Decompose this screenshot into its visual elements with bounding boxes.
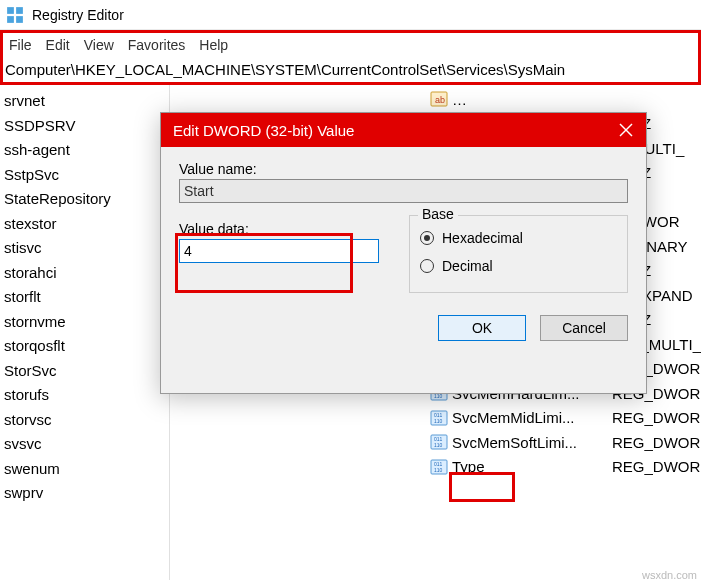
edit-dword-dialog: Edit DWORD (32-bit) Value Value name: Va… xyxy=(160,112,647,394)
ok-button[interactable]: OK xyxy=(438,315,526,341)
tree-node[interactable]: swenum xyxy=(4,457,169,482)
svg-text:110: 110 xyxy=(434,467,443,473)
radio-hex[interactable]: Hexadecimal xyxy=(420,226,617,250)
svg-rect-0 xyxy=(7,7,14,14)
address-bar xyxy=(0,56,701,85)
dialog-titlebar: Edit DWORD (32-bit) Value xyxy=(161,113,646,147)
value-type: REG_DWOR xyxy=(612,458,700,475)
window-title: Registry Editor xyxy=(32,7,124,23)
tree-node[interactable]: srvnet xyxy=(4,89,169,114)
highlight-value-data xyxy=(175,233,353,293)
dialog-title: Edit DWORD (32-bit) Value xyxy=(173,122,354,139)
radio-dec[interactable]: Decimal xyxy=(420,254,617,278)
tree-node[interactable]: storqosflt xyxy=(4,334,169,359)
menu-bar: File Edit View Favorites Help xyxy=(0,30,701,56)
tree-node[interactable]: stisvc xyxy=(4,236,169,261)
string-icon: ab xyxy=(430,90,448,108)
binary-icon: 011110 xyxy=(430,433,448,451)
base-fieldset: Base Hexadecimal Decimal xyxy=(409,215,628,293)
tree-node[interactable]: SstpSvc xyxy=(4,163,169,188)
window-titlebar: Registry Editor xyxy=(0,0,701,30)
highlight-start-value xyxy=(449,472,515,502)
tree-node[interactable]: stexstor xyxy=(4,212,169,237)
radio-dec-label: Decimal xyxy=(442,258,493,274)
address-input[interactable] xyxy=(3,56,698,82)
binary-icon: 011110 xyxy=(430,409,448,427)
value-row[interactable]: ab… xyxy=(170,87,701,112)
key-tree[interactable]: srvnetSSDPSRVssh-agentSstpSvcStateReposi… xyxy=(0,85,170,580)
tree-node[interactable]: StateRepository xyxy=(4,187,169,212)
value-name: … xyxy=(452,91,612,108)
value-row[interactable]: 011110SvcMemSoftLimi...REG_DWOR xyxy=(170,430,701,455)
tree-node[interactable]: svsvc xyxy=(4,432,169,457)
menu-favorites[interactable]: Favorites xyxy=(128,37,186,53)
radio-dec-indicator xyxy=(420,259,434,273)
value-row[interactable]: 011110TypeREG_DWOR xyxy=(170,455,701,480)
value-name-input xyxy=(179,179,628,203)
svg-rect-2 xyxy=(7,16,14,23)
svg-rect-3 xyxy=(16,16,23,23)
value-type: REG_DWOR xyxy=(612,434,700,451)
value-name-label: Value name: xyxy=(179,161,628,177)
value-type: REG_DWOR xyxy=(612,409,700,426)
binary-icon: 011110 xyxy=(430,458,448,476)
value-name: SvcMemSoftLimi... xyxy=(452,434,612,451)
svg-text:110: 110 xyxy=(434,418,443,424)
tree-node[interactable]: StorSvc xyxy=(4,359,169,384)
base-label: Base xyxy=(418,206,458,222)
svg-text:110: 110 xyxy=(434,442,443,448)
menu-edit[interactable]: Edit xyxy=(46,37,70,53)
menu-view[interactable]: View xyxy=(84,37,114,53)
menu-file[interactable]: File xyxy=(9,37,32,53)
tree-node[interactable]: swprv xyxy=(4,481,169,506)
svg-text:ab: ab xyxy=(435,95,445,105)
svg-rect-1 xyxy=(16,7,23,14)
value-row[interactable]: 011110SvcMemMidLimi...REG_DWOR xyxy=(170,406,701,431)
tree-node[interactable]: storahci xyxy=(4,261,169,286)
regedit-icon xyxy=(6,6,24,24)
svg-text:110: 110 xyxy=(434,393,443,399)
watermark: wsxdn.com xyxy=(642,569,697,581)
tree-node[interactable]: stornvme xyxy=(4,310,169,335)
close-icon[interactable] xyxy=(618,122,634,138)
tree-node[interactable]: storufs xyxy=(4,383,169,408)
tree-node[interactable]: storflt xyxy=(4,285,169,310)
radio-hex-indicator xyxy=(420,231,434,245)
value-name: SvcMemMidLimi... xyxy=(452,409,612,426)
radio-hex-label: Hexadecimal xyxy=(442,230,523,246)
dialog-buttons: OK Cancel xyxy=(179,315,628,341)
tree-node[interactable]: SSDPSRV xyxy=(4,114,169,139)
menu-help[interactable]: Help xyxy=(199,37,228,53)
cancel-button[interactable]: Cancel xyxy=(540,315,628,341)
tree-node[interactable]: storvsc xyxy=(4,408,169,433)
tree-node[interactable]: ssh-agent xyxy=(4,138,169,163)
